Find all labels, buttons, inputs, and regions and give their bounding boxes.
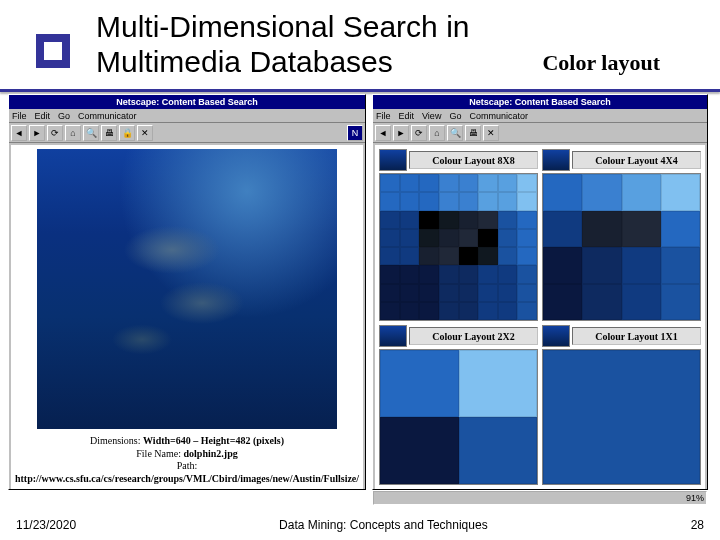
filename-value: dolphin2.jpg: [184, 448, 238, 459]
left-menubar: File Edit Go Communicator: [9, 109, 365, 123]
stop-button[interactable]: ✕: [137, 125, 153, 141]
color-cell: [543, 211, 582, 248]
color-cell: [380, 350, 459, 417]
color-cell: [459, 350, 538, 417]
thumb-2x2: [379, 325, 407, 347]
back-button[interactable]: ◄: [375, 125, 391, 141]
color-cell: [400, 302, 420, 320]
color-cell: [582, 174, 621, 211]
color-cell: [439, 229, 459, 247]
color-cell: [439, 284, 459, 302]
menu-edit[interactable]: Edit: [399, 111, 415, 121]
color-cell: [459, 247, 479, 265]
filename-label: File Name:: [136, 448, 181, 459]
color-cell: [459, 211, 479, 229]
color-grid-4x4: [542, 173, 701, 321]
dimensions-label: Dimensions:: [90, 435, 141, 446]
color-cell: [661, 211, 700, 248]
color-cell: [543, 284, 582, 321]
color-cell: [380, 211, 400, 229]
right-menubar: File Edit View Go Communicator: [373, 109, 707, 123]
search-button[interactable]: 🔍: [83, 125, 99, 141]
color-cell: [419, 284, 439, 302]
search-button[interactable]: 🔍: [447, 125, 463, 141]
color-cell: [622, 174, 661, 211]
right-browser-window: Netscape: Content Based Search File Edit…: [372, 94, 708, 490]
dimensions-value: Width=640 – Height=482 (pixels): [143, 435, 284, 446]
label-1x1: Colour Layout 1X1: [572, 327, 701, 345]
security-button[interactable]: 🔒: [119, 125, 135, 141]
menu-file[interactable]: File: [376, 111, 391, 121]
color-cell: [439, 247, 459, 265]
print-button[interactable]: 🖶: [465, 125, 481, 141]
color-cell: [400, 229, 420, 247]
menu-view[interactable]: View: [422, 111, 441, 121]
menu-go[interactable]: Go: [58, 111, 70, 121]
menu-communicator[interactable]: Communicator: [78, 111, 137, 121]
color-cell: [498, 265, 518, 283]
color-cell: [459, 174, 479, 192]
color-cell: [478, 247, 498, 265]
color-cell: [380, 229, 400, 247]
color-cell: [498, 302, 518, 320]
color-cell: [517, 247, 537, 265]
color-cell: [661, 284, 700, 321]
percent-loaded: 91%: [686, 493, 704, 503]
menu-go[interactable]: Go: [449, 111, 461, 121]
menu-communicator[interactable]: Communicator: [469, 111, 528, 121]
color-cell: [498, 174, 518, 192]
netscape-logo-icon: N: [347, 125, 363, 141]
label-4x4: Colour Layout 4X4: [572, 151, 701, 169]
color-cell: [517, 192, 537, 210]
title-underline: [0, 89, 720, 92]
color-cell: [478, 211, 498, 229]
color-cell: [517, 229, 537, 247]
home-button[interactable]: ⌂: [65, 125, 81, 141]
status-bar: 91%: [373, 491, 707, 505]
thumb-8x8: [379, 149, 407, 171]
footer-page: 28: [691, 518, 704, 532]
menu-file[interactable]: File: [12, 111, 27, 121]
reload-button[interactable]: ⟳: [47, 125, 63, 141]
color-cell: [478, 229, 498, 247]
color-cell: [439, 302, 459, 320]
back-button[interactable]: ◄: [11, 125, 27, 141]
color-cell: [582, 211, 621, 248]
color-cell: [582, 247, 621, 284]
color-grid-8x8: [379, 173, 538, 321]
color-cell: [419, 229, 439, 247]
left-browser-window: Netscape: Content Based Search File Edit…: [8, 94, 366, 490]
color-cell: [459, 229, 479, 247]
color-cell: [622, 247, 661, 284]
path-value: http://www.cs.sfu.ca/cs/research/groups/…: [15, 473, 359, 484]
color-cell: [498, 229, 518, 247]
color-cell: [498, 192, 518, 210]
color-cell: [543, 247, 582, 284]
label-8x8: Colour Layout 8X8: [409, 151, 538, 169]
color-cell: [459, 417, 538, 484]
print-button[interactable]: 🖶: [101, 125, 117, 141]
color-cell: [419, 174, 439, 192]
color-cell: [400, 211, 420, 229]
color-cell: [400, 284, 420, 302]
color-cell: [439, 211, 459, 229]
slide-subtitle: Color layout: [542, 50, 660, 76]
reload-button[interactable]: ⟳: [411, 125, 427, 141]
color-cell: [439, 192, 459, 210]
color-cell: [459, 265, 479, 283]
color-cell: [543, 350, 700, 484]
color-cell: [661, 247, 700, 284]
forward-button[interactable]: ►: [393, 125, 409, 141]
color-cell: [459, 302, 479, 320]
footer-center: Data Mining: Concepts and Techniques: [279, 518, 488, 532]
color-cell: [439, 174, 459, 192]
menu-edit[interactable]: Edit: [35, 111, 51, 121]
color-cell: [478, 174, 498, 192]
title-line-1: Multi-Dimensional Search in: [96, 10, 469, 43]
stop-button[interactable]: ✕: [483, 125, 499, 141]
forward-button[interactable]: ►: [29, 125, 45, 141]
home-button[interactable]: ⌂: [429, 125, 445, 141]
color-cell: [517, 302, 537, 320]
right-window-titlebar: Netscape: Content Based Search: [373, 95, 707, 109]
image-metadata: Dimensions: Width=640 – Height=482 (pixe…: [15, 435, 359, 485]
